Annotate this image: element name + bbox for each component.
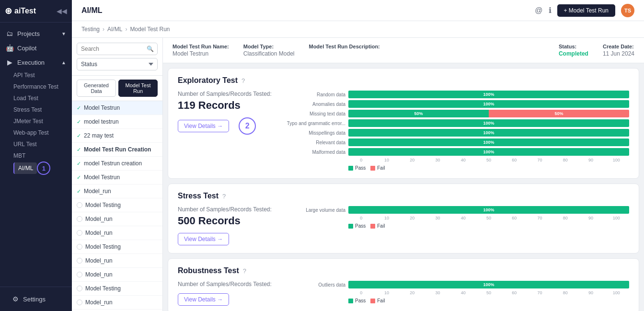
- list-item[interactable]: ✓model testrun: [72, 115, 162, 129]
- list-item[interactable]: Model_run: [72, 296, 162, 310]
- axis-label: 30: [425, 158, 450, 162]
- breadcrumb: Testing › AI/ML › Model Test Run: [72, 21, 644, 38]
- chart-label: Malformed data: [283, 150, 345, 155]
- help-icon[interactable]: ?: [222, 193, 226, 200]
- sidebar-item-jmeter-test[interactable]: JMeter Test: [13, 115, 72, 127]
- test-content: Number of Samples/Records Tested: 119 Re…: [178, 91, 629, 171]
- circle-icon: [77, 244, 82, 250]
- info-desc-label: Model Test Run Description:: [309, 44, 544, 49]
- axis-label: 50: [476, 158, 501, 162]
- test-title: Stress Test: [178, 192, 218, 200]
- list-item[interactable]: Model Testing: [72, 282, 162, 296]
- list-item[interactable]: ✓22 may test: [72, 129, 162, 143]
- sidebar-logo: ⊛ aiTest ◀◀: [0, 0, 72, 23]
- sidebar-item-webapp-test[interactable]: Web-app Test: [13, 127, 72, 138]
- list-item[interactable]: Model_run: [72, 226, 162, 240]
- list-item[interactable]: Model_run: [72, 212, 162, 226]
- at-icon[interactable]: @: [535, 6, 542, 15]
- model-info-bar: Model Test Run Name: Model Testrun Model…: [163, 38, 644, 63]
- list-item[interactable]: Model Testing: [72, 198, 162, 212]
- sidebar-item-url-test[interactable]: URL Test: [13, 138, 72, 150]
- info-name-value: Model Testrun: [172, 50, 229, 57]
- generated-data-tab[interactable]: Generated Data: [77, 80, 116, 97]
- help-icon[interactable]: ?: [243, 267, 246, 275]
- axis-label: 10: [374, 158, 399, 162]
- sidebar-circle-badge: 1: [37, 161, 50, 175]
- info-status-label: Status:: [559, 44, 588, 49]
- circle-icon: [77, 258, 82, 264]
- view-details-button[interactable]: View Details →: [178, 293, 229, 306]
- view-details-button[interactable]: View Details →: [178, 233, 229, 245]
- list-item-text: model testrun: [84, 118, 158, 125]
- tab-buttons: Generated Data Model Test Run: [72, 76, 162, 101]
- axis-label: 50: [476, 216, 501, 220]
- axis-label: 70: [527, 216, 552, 220]
- sidebar-item-copilot[interactable]: 🤖 Copilot: [0, 41, 72, 55]
- view-details-button[interactable]: View Details →: [178, 120, 229, 132]
- logo-text: ⊛ aiTest: [5, 6, 36, 16]
- status-select[interactable]: Status: [77, 58, 158, 70]
- left-panel: 🔍 Status Generated Data Model Test Run ✓…: [72, 38, 163, 311]
- axis-label: 80: [552, 216, 578, 220]
- chart-bar-container: 50% 50%: [348, 110, 629, 117]
- sidebar-item-settings[interactable]: ⚙ Settings: [6, 292, 66, 306]
- list-item[interactable]: ✓model Testrun creation: [72, 157, 162, 171]
- sidebar-item-aiml[interactable]: AI/ML: [13, 162, 37, 174]
- help-icon[interactable]: ?: [242, 77, 245, 84]
- info-name-label: Model Test Run Name:: [172, 44, 229, 49]
- list-item[interactable]: ✓Model_run: [72, 184, 162, 198]
- chart-label: Relevant data: [283, 140, 345, 145]
- test-title: Robustness Test: [178, 266, 239, 275]
- fail-dot: [370, 166, 375, 171]
- fail-dot: [370, 299, 375, 303]
- chart-bar-container: 100%: [348, 91, 629, 98]
- check-icon: ✓: [77, 147, 81, 153]
- info-type-value: Classification Model: [243, 50, 295, 57]
- content-area: 🔍 Status Generated Data Model Test Run ✓…: [72, 38, 644, 311]
- sidebar-sub-execution: API Test Performance Test Load Test Stre…: [0, 69, 72, 175]
- chart-row: Outliers data 100%: [283, 281, 629, 288]
- list-item[interactable]: ✓Model Test Run Creation: [72, 143, 162, 157]
- circle-icon: [77, 272, 82, 277]
- sidebar: ⊛ aiTest ◀◀ 🗂 Projects ▼ 🤖 Copilot ▶ Exe…: [0, 0, 72, 311]
- info-icon[interactable]: ℹ: [549, 6, 552, 15]
- test-left: Number of Samples/Records Tested: 500 Re…: [178, 206, 274, 245]
- list-item[interactable]: Model_run: [72, 254, 162, 268]
- list-item[interactable]: Model Testing: [72, 240, 162, 254]
- sidebar-item-execution[interactable]: ▶ Execution ▲: [0, 55, 72, 69]
- bar-pass: 100%: [348, 91, 629, 98]
- test-section-exploratory: Exploratory Test ? Number of Samples/Rec…: [168, 68, 639, 179]
- sidebar-item-performance-test[interactable]: Performance Test: [13, 81, 72, 92]
- bar-pass: 100%: [348, 119, 629, 127]
- list-item[interactable]: ✓Model Testrun: [72, 171, 162, 184]
- search-input[interactable]: [77, 43, 158, 55]
- axis-label: 100: [604, 216, 629, 220]
- bar-pass: 100%: [348, 100, 629, 108]
- chevron-up-icon: ▲: [61, 60, 66, 65]
- list-item[interactable]: Model_run: [72, 268, 162, 282]
- sidebar-item-mbt[interactable]: MBT: [13, 150, 72, 161]
- axis-label: 70: [527, 158, 552, 162]
- list-item-text: Model Testing: [85, 285, 158, 292]
- model-test-run-tab[interactable]: Model Test Run: [118, 80, 158, 97]
- sidebar-collapse-icon[interactable]: ◀◀: [57, 7, 67, 15]
- info-field-date: Create Date: 11 Jun 2024: [603, 44, 634, 57]
- sidebar-item-api-test[interactable]: API Test: [13, 69, 72, 81]
- bar-pass: 100%: [348, 148, 629, 156]
- search-wrapper: 🔍: [77, 43, 158, 55]
- chart-bar-container: 100%: [348, 129, 629, 137]
- sidebar-item-projects[interactable]: 🗂 Projects ▼: [0, 26, 72, 41]
- chart-label: Misspellings data: [283, 130, 345, 136]
- chart-label: Large volume data: [283, 207, 345, 213]
- breadcrumb-aiml[interactable]: AI/ML: [107, 26, 122, 33]
- chart-row: Relevant data 100%: [283, 138, 629, 146]
- new-model-test-run-button[interactable]: + Model Test Run: [557, 4, 616, 17]
- sidebar-item-load-test[interactable]: Load Test: [13, 92, 72, 104]
- list-item[interactable]: ✓Model Testrun: [72, 101, 162, 115]
- breadcrumb-testing[interactable]: Testing: [81, 26, 100, 33]
- sidebar-item-stress-test[interactable]: Stress Test: [13, 104, 72, 115]
- axis-label: 40: [450, 158, 476, 162]
- bar-pass: 50%: [348, 110, 489, 117]
- axis-label: 60: [502, 158, 527, 162]
- axis-label: 90: [578, 158, 603, 162]
